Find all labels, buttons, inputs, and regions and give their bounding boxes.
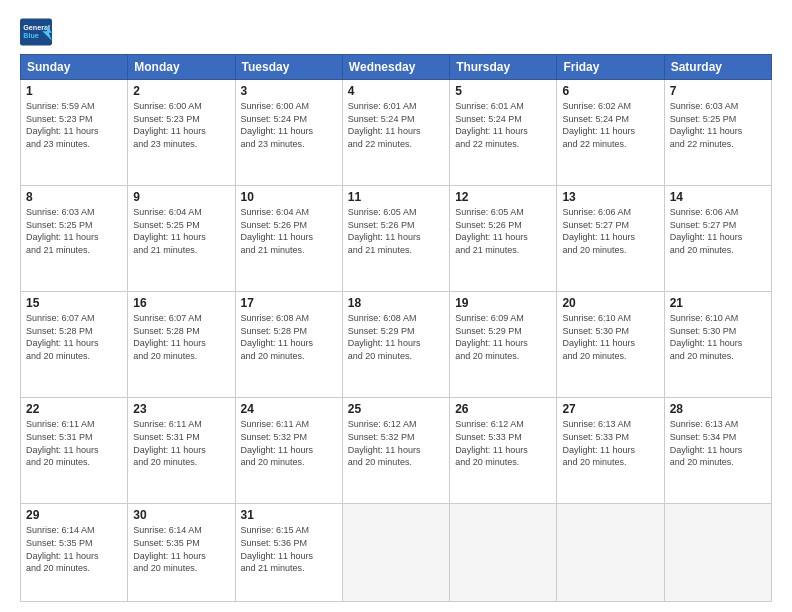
day-number: 17 (241, 296, 337, 310)
calendar-cell: 20Sunrise: 6:10 AM Sunset: 5:30 PM Dayli… (557, 292, 664, 398)
day-number: 15 (26, 296, 122, 310)
day-info: Sunrise: 6:13 AM Sunset: 5:34 PM Dayligh… (670, 418, 766, 468)
calendar-cell: 24Sunrise: 6:11 AM Sunset: 5:32 PM Dayli… (235, 398, 342, 504)
day-number: 6 (562, 84, 658, 98)
day-number: 27 (562, 402, 658, 416)
calendar-cell: 11Sunrise: 6:05 AM Sunset: 5:26 PM Dayli… (342, 186, 449, 292)
day-info: Sunrise: 6:11 AM Sunset: 5:31 PM Dayligh… (133, 418, 229, 468)
day-info: Sunrise: 6:03 AM Sunset: 5:25 PM Dayligh… (670, 100, 766, 150)
day-number: 26 (455, 402, 551, 416)
calendar-cell: 19Sunrise: 6:09 AM Sunset: 5:29 PM Dayli… (450, 292, 557, 398)
day-info: Sunrise: 6:07 AM Sunset: 5:28 PM Dayligh… (26, 312, 122, 362)
calendar-week-row: 22Sunrise: 6:11 AM Sunset: 5:31 PM Dayli… (21, 398, 772, 504)
day-info: Sunrise: 6:14 AM Sunset: 5:35 PM Dayligh… (26, 524, 122, 574)
day-info: Sunrise: 6:06 AM Sunset: 5:27 PM Dayligh… (670, 206, 766, 256)
day-number: 13 (562, 190, 658, 204)
calendar-cell (664, 504, 771, 602)
svg-text:General: General (23, 23, 50, 32)
day-info: Sunrise: 6:13 AM Sunset: 5:33 PM Dayligh… (562, 418, 658, 468)
weekday-header-wednesday: Wednesday (342, 55, 449, 80)
calendar-cell: 21Sunrise: 6:10 AM Sunset: 5:30 PM Dayli… (664, 292, 771, 398)
day-info: Sunrise: 6:11 AM Sunset: 5:32 PM Dayligh… (241, 418, 337, 468)
day-info: Sunrise: 6:11 AM Sunset: 5:31 PM Dayligh… (26, 418, 122, 468)
calendar-cell: 4Sunrise: 6:01 AM Sunset: 5:24 PM Daylig… (342, 80, 449, 186)
day-number: 8 (26, 190, 122, 204)
calendar-cell: 9Sunrise: 6:04 AM Sunset: 5:25 PM Daylig… (128, 186, 235, 292)
weekday-header-row: SundayMondayTuesdayWednesdayThursdayFrid… (21, 55, 772, 80)
calendar-cell: 17Sunrise: 6:08 AM Sunset: 5:28 PM Dayli… (235, 292, 342, 398)
calendar-week-row: 8Sunrise: 6:03 AM Sunset: 5:25 PM Daylig… (21, 186, 772, 292)
day-number: 24 (241, 402, 337, 416)
calendar-cell: 16Sunrise: 6:07 AM Sunset: 5:28 PM Dayli… (128, 292, 235, 398)
weekday-header-saturday: Saturday (664, 55, 771, 80)
calendar-cell: 7Sunrise: 6:03 AM Sunset: 5:25 PM Daylig… (664, 80, 771, 186)
svg-text:Blue: Blue (23, 31, 39, 40)
day-number: 29 (26, 508, 122, 522)
calendar-cell: 1Sunrise: 5:59 AM Sunset: 5:23 PM Daylig… (21, 80, 128, 186)
weekday-header-thursday: Thursday (450, 55, 557, 80)
day-info: Sunrise: 6:01 AM Sunset: 5:24 PM Dayligh… (455, 100, 551, 150)
calendar-cell: 14Sunrise: 6:06 AM Sunset: 5:27 PM Dayli… (664, 186, 771, 292)
logo-icon: General Blue (20, 18, 52, 46)
day-info: Sunrise: 6:00 AM Sunset: 5:23 PM Dayligh… (133, 100, 229, 150)
day-number: 30 (133, 508, 229, 522)
day-number: 18 (348, 296, 444, 310)
day-info: Sunrise: 6:05 AM Sunset: 5:26 PM Dayligh… (348, 206, 444, 256)
calendar-cell: 26Sunrise: 6:12 AM Sunset: 5:33 PM Dayli… (450, 398, 557, 504)
calendar-week-row: 15Sunrise: 6:07 AM Sunset: 5:28 PM Dayli… (21, 292, 772, 398)
calendar-cell: 12Sunrise: 6:05 AM Sunset: 5:26 PM Dayli… (450, 186, 557, 292)
day-info: Sunrise: 6:10 AM Sunset: 5:30 PM Dayligh… (562, 312, 658, 362)
day-info: Sunrise: 6:01 AM Sunset: 5:24 PM Dayligh… (348, 100, 444, 150)
calendar-cell: 10Sunrise: 6:04 AM Sunset: 5:26 PM Dayli… (235, 186, 342, 292)
day-info: Sunrise: 6:15 AM Sunset: 5:36 PM Dayligh… (241, 524, 337, 574)
calendar-cell: 23Sunrise: 6:11 AM Sunset: 5:31 PM Dayli… (128, 398, 235, 504)
day-number: 22 (26, 402, 122, 416)
page: General Blue SundayMondayTuesdayWednesda… (0, 0, 792, 612)
day-info: Sunrise: 6:09 AM Sunset: 5:29 PM Dayligh… (455, 312, 551, 362)
day-number: 20 (562, 296, 658, 310)
day-number: 3 (241, 84, 337, 98)
calendar-cell: 13Sunrise: 6:06 AM Sunset: 5:27 PM Dayli… (557, 186, 664, 292)
day-info: Sunrise: 6:12 AM Sunset: 5:33 PM Dayligh… (455, 418, 551, 468)
day-info: Sunrise: 6:08 AM Sunset: 5:29 PM Dayligh… (348, 312, 444, 362)
calendar-cell: 25Sunrise: 6:12 AM Sunset: 5:32 PM Dayli… (342, 398, 449, 504)
calendar-table: SundayMondayTuesdayWednesdayThursdayFrid… (20, 54, 772, 602)
day-number: 2 (133, 84, 229, 98)
day-info: Sunrise: 6:07 AM Sunset: 5:28 PM Dayligh… (133, 312, 229, 362)
day-number: 1 (26, 84, 122, 98)
day-info: Sunrise: 6:00 AM Sunset: 5:24 PM Dayligh… (241, 100, 337, 150)
day-info: Sunrise: 6:10 AM Sunset: 5:30 PM Dayligh… (670, 312, 766, 362)
calendar-cell: 3Sunrise: 6:00 AM Sunset: 5:24 PM Daylig… (235, 80, 342, 186)
logo: General Blue (20, 18, 52, 46)
day-number: 14 (670, 190, 766, 204)
calendar-week-row: 29Sunrise: 6:14 AM Sunset: 5:35 PM Dayli… (21, 504, 772, 602)
calendar-cell: 18Sunrise: 6:08 AM Sunset: 5:29 PM Dayli… (342, 292, 449, 398)
day-info: Sunrise: 6:05 AM Sunset: 5:26 PM Dayligh… (455, 206, 551, 256)
day-number: 5 (455, 84, 551, 98)
day-number: 25 (348, 402, 444, 416)
day-info: Sunrise: 6:04 AM Sunset: 5:25 PM Dayligh… (133, 206, 229, 256)
day-number: 11 (348, 190, 444, 204)
calendar-cell: 27Sunrise: 6:13 AM Sunset: 5:33 PM Dayli… (557, 398, 664, 504)
day-info: Sunrise: 6:02 AM Sunset: 5:24 PM Dayligh… (562, 100, 658, 150)
day-info: Sunrise: 6:14 AM Sunset: 5:35 PM Dayligh… (133, 524, 229, 574)
day-info: Sunrise: 6:03 AM Sunset: 5:25 PM Dayligh… (26, 206, 122, 256)
calendar-cell: 8Sunrise: 6:03 AM Sunset: 5:25 PM Daylig… (21, 186, 128, 292)
day-info: Sunrise: 6:12 AM Sunset: 5:32 PM Dayligh… (348, 418, 444, 468)
header: General Blue (20, 18, 772, 46)
day-number: 7 (670, 84, 766, 98)
weekday-header-sunday: Sunday (21, 55, 128, 80)
weekday-header-tuesday: Tuesday (235, 55, 342, 80)
day-number: 19 (455, 296, 551, 310)
day-info: Sunrise: 5:59 AM Sunset: 5:23 PM Dayligh… (26, 100, 122, 150)
calendar-cell: 2Sunrise: 6:00 AM Sunset: 5:23 PM Daylig… (128, 80, 235, 186)
day-number: 28 (670, 402, 766, 416)
calendar-cell: 28Sunrise: 6:13 AM Sunset: 5:34 PM Dayli… (664, 398, 771, 504)
day-info: Sunrise: 6:08 AM Sunset: 5:28 PM Dayligh… (241, 312, 337, 362)
calendar-cell (342, 504, 449, 602)
day-number: 16 (133, 296, 229, 310)
day-number: 23 (133, 402, 229, 416)
calendar-cell: 6Sunrise: 6:02 AM Sunset: 5:24 PM Daylig… (557, 80, 664, 186)
calendar-cell: 22Sunrise: 6:11 AM Sunset: 5:31 PM Dayli… (21, 398, 128, 504)
day-number: 9 (133, 190, 229, 204)
